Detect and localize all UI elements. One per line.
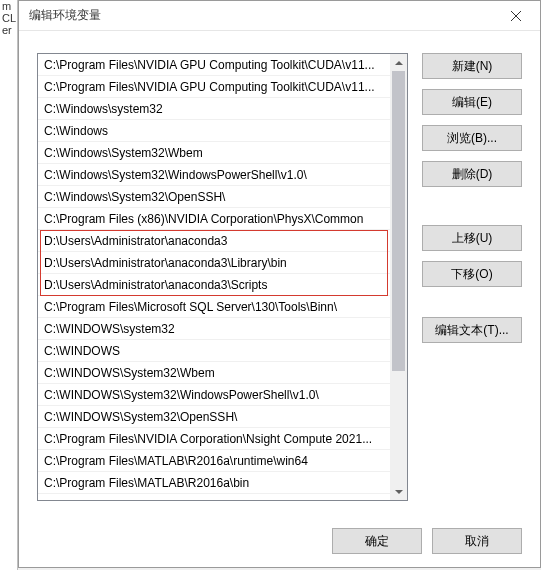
chevron-down-icon: [395, 488, 403, 496]
path-row[interactable]: C:\Windows\System32\Wbem: [38, 142, 390, 164]
env-var-dialog: 编辑环境变量 C:\Program Files\NVIDIA GPU Compu…: [18, 0, 541, 568]
path-row[interactable]: C:\Windows\System32\OpenSSH\: [38, 186, 390, 208]
move-down-button[interactable]: 下移(O): [422, 261, 522, 287]
path-row[interactable]: C:\Program Files\NVIDIA GPU Computing To…: [38, 76, 390, 98]
edit-text-button[interactable]: 编辑文本(T)...: [422, 317, 522, 343]
ok-button[interactable]: 确定: [332, 528, 422, 554]
cancel-button[interactable]: 取消: [432, 528, 522, 554]
path-row[interactable]: C:\WINDOWS: [38, 340, 390, 362]
path-row[interactable]: D:\Users\Administrator\anaconda3\Library…: [38, 252, 390, 274]
dialog-title: 编辑环境变量: [29, 7, 496, 24]
scroll-thumb[interactable]: [392, 71, 405, 371]
scroll-up-button[interactable]: [390, 54, 407, 71]
new-button[interactable]: 新建(N): [422, 53, 522, 79]
dialog-body: C:\Program Files\NVIDIA GPU Computing To…: [19, 31, 540, 515]
path-row[interactable]: C:\WINDOWS\System32\Wbem: [38, 362, 390, 384]
path-row[interactable]: C:\Program Files\Microsoft SQL Server\13…: [38, 296, 390, 318]
path-row[interactable]: C:\Windows: [38, 120, 390, 142]
path-row[interactable]: C:\Program Files\MATLAB\R2016a\runtime\w…: [38, 450, 390, 472]
dialog-footer: 确定 取消: [19, 515, 540, 567]
edit-button[interactable]: 编辑(E): [422, 89, 522, 115]
path-row[interactable]: C:\Program Files\NVIDIA GPU Computing To…: [38, 54, 390, 76]
list-inner: C:\Program Files\NVIDIA GPU Computing To…: [38, 54, 390, 500]
close-icon: [511, 11, 521, 21]
scrollbar[interactable]: [390, 54, 407, 500]
path-row[interactable]: C:\WINDOWS\system32: [38, 318, 390, 340]
path-row[interactable]: C:\Program Files\MATLAB\R2016a\bin: [38, 472, 390, 494]
path-row[interactable]: C:\WINDOWS\System32\OpenSSH\: [38, 406, 390, 428]
path-listbox[interactable]: C:\Program Files\NVIDIA GPU Computing To…: [37, 53, 408, 501]
move-up-button[interactable]: 上移(U): [422, 225, 522, 251]
path-row[interactable]: D:\Users\Administrator\anaconda3: [38, 230, 390, 252]
button-column: 新建(N) 编辑(E) 浏览(B)... 删除(D) 上移(U) 下移(O) 编…: [422, 53, 522, 505]
chevron-up-icon: [395, 59, 403, 67]
path-row[interactable]: C:\WINDOWS\System32\WindowsPowerShell\v1…: [38, 384, 390, 406]
background-strip: mCLer: [0, 0, 18, 570]
path-row[interactable]: C:\Program Files (x86)\NVIDIA Corporatio…: [38, 208, 390, 230]
path-row[interactable]: C:\Program Files\MATLAB\R2016a\polyspace…: [38, 494, 390, 500]
path-row[interactable]: D:\Users\Administrator\anaconda3\Scripts: [38, 274, 390, 296]
path-row[interactable]: C:\Windows\system32: [38, 98, 390, 120]
titlebar: 编辑环境变量: [19, 1, 540, 31]
delete-button[interactable]: 删除(D): [422, 161, 522, 187]
close-button[interactable]: [496, 2, 536, 30]
browse-button[interactable]: 浏览(B)...: [422, 125, 522, 151]
scroll-down-button[interactable]: [390, 483, 407, 500]
path-row[interactable]: C:\Windows\System32\WindowsPowerShell\v1…: [38, 164, 390, 186]
list-wrap: C:\Program Files\NVIDIA GPU Computing To…: [37, 53, 408, 505]
path-row[interactable]: C:\Program Files\NVIDIA Corporation\Nsig…: [38, 428, 390, 450]
scroll-track[interactable]: [390, 71, 407, 483]
